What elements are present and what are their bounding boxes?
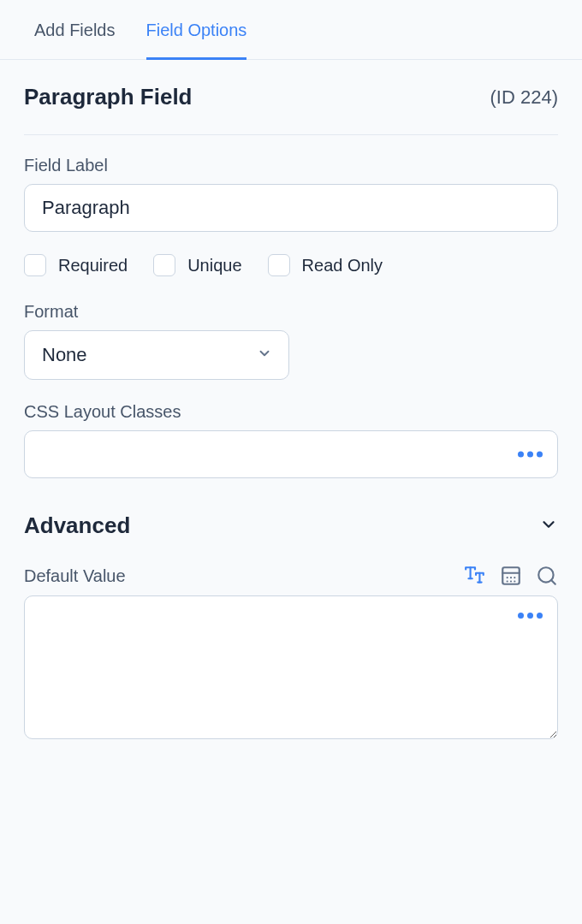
header-row: Paragraph Field (ID 224) <box>24 84 558 135</box>
field-label-input[interactable] <box>24 184 558 232</box>
search-icon[interactable] <box>536 565 558 587</box>
calculator-icon[interactable] <box>500 565 522 587</box>
content-area: Paragraph Field (ID 224) Field Label Req… <box>0 60 582 767</box>
tabs-container: Add Fields Field Options <box>0 0 582 60</box>
unique-checkbox[interactable] <box>153 254 175 276</box>
advanced-title: Advanced <box>24 512 130 539</box>
default-value-wrap <box>24 595 558 743</box>
tab-field-options[interactable]: Field Options <box>146 0 247 60</box>
advanced-section-header[interactable]: Advanced <box>24 512 558 539</box>
format-group: Format <box>24 302 558 380</box>
checkbox-item-unique: Unique <box>153 254 241 276</box>
default-value-icons <box>464 565 558 587</box>
format-label: Format <box>24 302 558 322</box>
chevron-down-icon <box>539 515 558 537</box>
checkbox-item-required: Required <box>24 254 128 276</box>
page-title: Paragraph Field <box>24 84 193 110</box>
more-options-icon[interactable] <box>518 452 543 458</box>
css-classes-group: CSS Layout Classes <box>24 402 558 478</box>
checkbox-row: Required Unique Read Only <box>24 254 558 276</box>
tab-add-fields[interactable]: Add Fields <box>34 0 116 60</box>
format-select-wrap <box>24 330 289 380</box>
css-classes-label: CSS Layout Classes <box>24 402 558 422</box>
field-id-badge: (ID 224) <box>490 86 558 109</box>
format-select[interactable] <box>24 330 289 380</box>
checkbox-item-read-only: Read Only <box>268 254 383 276</box>
css-classes-input[interactable] <box>24 430 558 478</box>
read-only-label: Read Only <box>302 256 383 275</box>
more-options-icon[interactable] <box>518 613 543 619</box>
field-label-group: Field Label <box>24 156 558 232</box>
default-value-header: Default Value <box>24 565 558 587</box>
read-only-checkbox[interactable] <box>268 254 290 276</box>
text-type-icon[interactable] <box>464 565 486 587</box>
field-label-label: Field Label <box>24 156 558 175</box>
default-value-textarea[interactable] <box>24 595 558 739</box>
required-label: Required <box>58 256 128 275</box>
svg-line-13 <box>551 580 555 584</box>
required-checkbox[interactable] <box>24 254 46 276</box>
css-input-wrap <box>24 430 558 478</box>
unique-label: Unique <box>187 256 241 275</box>
default-value-label: Default Value <box>24 566 126 586</box>
